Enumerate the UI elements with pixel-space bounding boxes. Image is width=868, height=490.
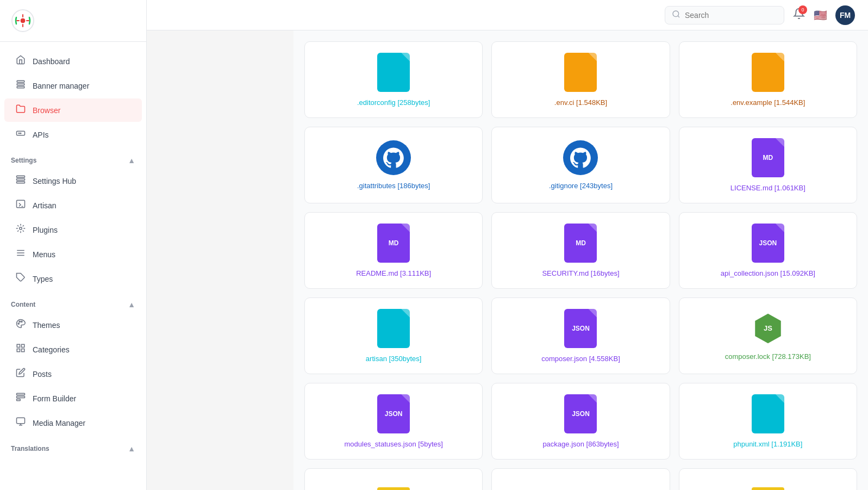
sidebar-item-banner-manager[interactable]: Banner manager [4, 74, 142, 97]
svg-rect-28 [17, 393, 25, 395]
search-box[interactable] [665, 6, 784, 24]
terminal-icon [15, 199, 26, 212]
notification-button[interactable]: 0 [793, 8, 805, 22]
svg-point-10 [20, 133, 21, 134]
sidebar-item-apis[interactable]: APIs [4, 123, 142, 146]
sidebar-item-types[interactable]: Types [4, 267, 142, 290]
svg-point-22 [19, 321, 20, 322]
file-name: phpunit.xml [1.191KB] [733, 440, 802, 448]
svg-rect-14 [17, 200, 25, 208]
svg-rect-7 [17, 84, 24, 85]
file-card-gitignore[interactable]: .gitignore [243bytes] [491, 127, 670, 203]
file-card-phpunit-xml[interactable]: phpunit.xml [1.191KB] [679, 383, 857, 460]
file-card-artisan[interactable]: artisan [350bytes] [304, 297, 483, 374]
content-section-label: Content [11, 301, 35, 308]
sidebar-item-plugins[interactable]: Plugins [4, 218, 142, 241]
doc-icon: JSON [752, 224, 784, 263]
types-label: Types [33, 275, 53, 283]
search-input[interactable] [685, 11, 777, 20]
settings-chevron-icon[interactable]: ▲ [128, 156, 135, 165]
svg-rect-31 [17, 418, 25, 424]
settings-icon [15, 175, 26, 187]
file-icon-wrapper: JS [752, 487, 784, 490]
file-name: .gitignore [243bytes] [549, 182, 613, 190]
svg-rect-29 [17, 396, 25, 398]
file-icon-wrapper: JSON [564, 394, 597, 433]
file-card-js-file-2[interactable]: JS [679, 468, 857, 490]
translations-section-header[interactable]: Translations ▲ [0, 439, 146, 456]
file-icon-wrapper [377, 53, 410, 92]
sidebar-item-categories[interactable]: Categories [4, 338, 142, 361]
file-card-modules-statuses-json[interactable]: JSON modules_statuses.json [5bytes] [304, 383, 483, 460]
svg-point-32 [673, 11, 679, 17]
sidebar-item-settings-hub[interactable]: Settings Hub [4, 169, 142, 193]
sidebar-item-media-manager[interactable]: Media Manager [4, 411, 142, 435]
file-name: artisan [350bytes] [366, 355, 422, 363]
file-name: SECURITY.md [16bytes] [542, 269, 619, 277]
text-file-icon [752, 53, 784, 92]
file-card-package-json[interactable]: JSON package.json [863bytes] [491, 383, 670, 460]
file-icon-wrapper: JS [751, 311, 785, 346]
topbar-actions: 0 🇺🇸 FM [793, 5, 855, 25]
file-card-gitattributes[interactable]: .gitattributes [186bytes] [304, 127, 483, 203]
file-name: api_collection.json [15.092KB] [721, 269, 815, 277]
language-flag-button[interactable]: 🇺🇸 [811, 7, 829, 24]
sidebar-nav: Dashboard Banner manager Browser APIs Se… [0, 42, 146, 490]
user-avatar-button[interactable]: FM [835, 5, 855, 25]
svg-point-21 [18, 323, 19, 324]
svg-rect-25 [22, 344, 24, 347]
file-card-readme-md[interactable]: MD README.md [3.111KB] [304, 212, 483, 289]
sidebar-item-posts[interactable]: Posts [4, 362, 142, 386]
file-icon-wrapper [752, 394, 784, 433]
sidebar-item-banner-label: Banner manager [33, 82, 89, 90]
translations-chevron-icon[interactable]: ▲ [128, 444, 135, 453]
file-icon-wrapper: MD [377, 224, 410, 263]
file-card-env-example[interactable]: .env.example [1.544KB] [679, 41, 857, 118]
file-card-security-md[interactable]: MD SECURITY.md [16bytes] [491, 212, 670, 289]
content-section-header[interactable]: Content ▲ [0, 295, 146, 312]
file-name: .editorconfig [258bytes] [357, 98, 430, 107]
file-card-license-md[interactable]: MD LICENSE.md [1.061KB] [679, 127, 857, 203]
artisan-label: Artisan [33, 201, 57, 210]
svg-rect-27 [22, 349, 24, 352]
file-card-api-collection-json[interactable]: JSON api_collection.json [15.092KB] [679, 212, 857, 289]
sidebar-item-apis-label: APIs [33, 131, 49, 139]
form-builder-label: Form Builder [33, 394, 76, 403]
file-name: .gitattributes [186bytes] [357, 182, 430, 190]
file-card-editorconfig[interactable]: .editorconfig [258bytes] [304, 41, 483, 118]
categories-icon [15, 343, 26, 356]
file-name: modules_statuses.json [5bytes] [344, 440, 442, 448]
media-icon [15, 417, 26, 429]
js-badge-icon: JS [377, 487, 410, 490]
doc-icon: MD [752, 138, 784, 177]
svg-rect-12 [17, 179, 25, 181]
sidebar: Dashboard Banner manager Browser APIs Se… [0, 0, 147, 490]
logo-area [0, 0, 146, 42]
flag-icon [15, 79, 26, 92]
doc-icon: JSON [377, 394, 410, 433]
sidebar-item-artisan[interactable]: Artisan [4, 194, 142, 217]
file-icon-wrapper [564, 53, 597, 92]
file-card-composer-lock[interactable]: JS composer.lock [728.173KB] [679, 297, 857, 374]
file-name: composer.lock [728.173KB] [725, 352, 811, 361]
sidebar-item-browser[interactable]: Browser [4, 98, 142, 122]
sidebar-item-form-builder[interactable]: Form Builder [4, 387, 142, 410]
file-card-tailwind[interactable] [491, 468, 670, 490]
sidebar-item-dashboard[interactable]: Dashboard [4, 49, 142, 73]
teal-file-icon [377, 309, 410, 348]
file-card-js-file-1[interactable]: JS [304, 468, 483, 490]
svg-point-1 [21, 18, 25, 23]
file-name: .env.example [1.544KB] [730, 98, 805, 107]
file-card-env-ci[interactable]: .env.ci [1.548KB] [491, 41, 670, 118]
main-content: .editorconfig [258bytes] .env.ci [1.548K… [294, 30, 868, 490]
svg-point-16 [20, 227, 22, 230]
file-grid: .editorconfig [258bytes] .env.ci [1.548K… [304, 41, 857, 490]
file-icon-wrapper: JSON [377, 394, 410, 433]
content-chevron-icon[interactable]: ▲ [128, 300, 135, 309]
file-card-composer-json[interactable]: JSON composer.json [4.558KB] [491, 297, 670, 374]
file-icon-wrapper: JSON [752, 224, 784, 263]
settings-section-header[interactable]: Settings ▲ [0, 151, 146, 168]
sidebar-item-dashboard-label: Dashboard [33, 57, 70, 66]
sidebar-item-menus[interactable]: Menus [4, 243, 142, 266]
sidebar-item-themes[interactable]: Themes [4, 313, 142, 337]
